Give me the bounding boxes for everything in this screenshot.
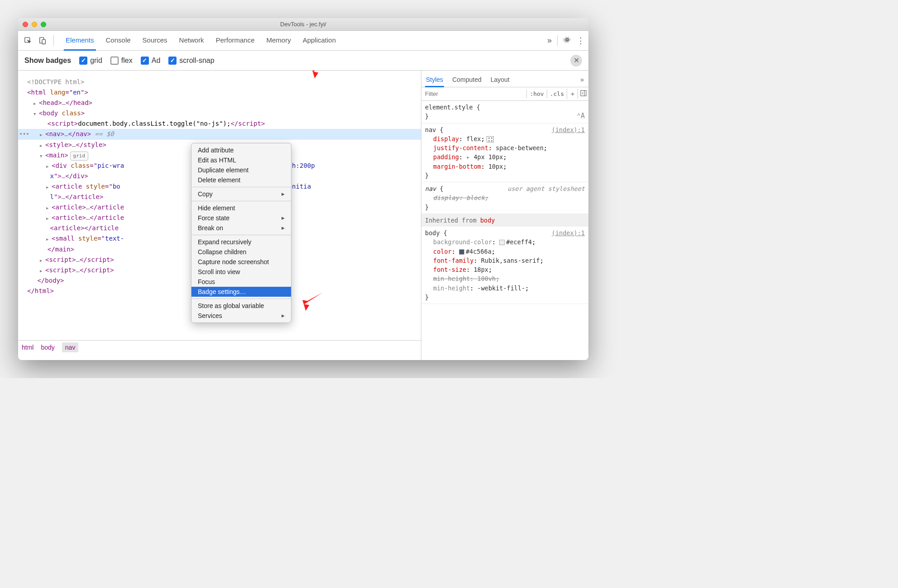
menu-item-store-as-global-variable[interactable]: Store as global variable (191, 301, 291, 311)
body-open[interactable]: <body class> (21, 108, 418, 119)
css-rule[interactable]: (index):1nav {display: flex;justify-cont… (421, 123, 588, 183)
css-declaration[interactable]: justify-content: space-between; (425, 143, 585, 152)
hov-toggle[interactable]: :hov (526, 90, 546, 98)
breadcrumb: htmlbodynav (18, 340, 421, 354)
breadcrumb-html[interactable]: html (22, 344, 33, 351)
window-title: DevTools - jec.fyi/ (18, 21, 588, 28)
context-menu: Add attributeEdit as HTMLDuplicate eleme… (191, 143, 291, 323)
more-styles-tabs-icon[interactable]: » (579, 73, 585, 87)
close-badge-bar-button[interactable]: ✕ (570, 55, 582, 66)
main-split: <!DOCTYPE html> <html lang="en"> <head>…… (18, 71, 588, 360)
tab-network[interactable]: Network (177, 31, 206, 50)
checkbox-icon[interactable] (110, 57, 119, 65)
styles-body[interactable]: element.style {ᴬA}(index):1nav {display:… (421, 101, 588, 360)
device-toggle-icon[interactable] (36, 34, 49, 47)
badge-checkbox-scroll-snap[interactable]: scroll-snap (168, 57, 214, 65)
badge-label: grid (90, 57, 102, 65)
cls-toggle[interactable]: .cls (547, 90, 567, 98)
menu-item-capture-node-screenshot[interactable]: Capture node screenshot (191, 257, 291, 267)
tab-application[interactable]: Application (301, 31, 338, 50)
badge-checkbox-grid[interactable]: grid (79, 57, 102, 65)
css-declaration[interactable]: padding: ▸ 4px 10px; (425, 152, 585, 161)
menu-item-add-attribute[interactable]: Add attribute (191, 145, 291, 155)
badge-checkbox-flex[interactable]: flex (110, 57, 133, 65)
css-rule[interactable]: (index):1body {background-color: #eceff4… (421, 227, 588, 304)
menu-item-expand-recursively[interactable]: Expand recursively (191, 237, 291, 247)
elements-pane: <!DOCTYPE html> <html lang="en"> <head>…… (18, 71, 421, 360)
styles-tab-styles[interactable]: Styles (425, 73, 444, 87)
rule-source-link[interactable]: (index):1 (552, 125, 585, 134)
checkbox-icon[interactable] (141, 57, 149, 65)
css-declaration[interactable]: min-height: -webkit-fill-; (425, 284, 585, 293)
breadcrumb-body[interactable]: body (41, 344, 54, 351)
menu-separator (191, 187, 291, 187)
devtools-window: DevTools - jec.fyi/ ElementsConsoleSourc… (18, 18, 588, 360)
menu-item-scroll-into-view[interactable]: Scroll into view (191, 267, 291, 277)
svg-rect-2 (42, 39, 45, 44)
css-declaration[interactable]: display: block; (425, 193, 585, 202)
more-tabs-icon[interactable]: » (547, 36, 552, 45)
font-size-icon[interactable]: ᴬA (577, 111, 585, 121)
breadcrumb-nav[interactable]: nav (62, 342, 79, 352)
color-swatch[interactable] (499, 240, 505, 245)
element-style-rule[interactable]: element.style {ᴬA} (421, 101, 588, 123)
script-node[interactable]: <script>document.body.classList.toggle("… (21, 119, 418, 129)
menu-item-badge-settings[interactable]: Badge settings… (191, 287, 291, 297)
css-declaration[interactable]: display: flex; (425, 134, 585, 143)
badge-checkbox-Ad[interactable]: Ad (141, 57, 161, 65)
menu-item-break-on[interactable]: Break on (191, 223, 291, 233)
menu-item-collapse-children[interactable]: Collapse children (191, 247, 291, 257)
toggle-sidebar-icon[interactable] (578, 89, 588, 99)
css-declaration[interactable]: min-height: 100vh; (425, 274, 585, 283)
menu-item-copy[interactable]: Copy (191, 189, 291, 199)
menu-item-focus[interactable]: Focus (191, 277, 291, 287)
styles-filter-input[interactable] (421, 89, 526, 99)
menu-separator (191, 201, 291, 201)
styles-tab-computed[interactable]: Computed (451, 73, 482, 87)
main-toolbar: ElementsConsoleSourcesNetworkPerformance… (18, 31, 588, 51)
titlebar: DevTools - jec.fyi/ (18, 18, 588, 31)
tab-elements[interactable]: Elements (64, 31, 96, 51)
color-swatch[interactable] (459, 249, 464, 255)
tab-sources[interactable]: Sources (141, 31, 169, 50)
tab-console[interactable]: Console (104, 31, 133, 50)
checkbox-icon[interactable] (168, 57, 177, 65)
badge-label: scroll-snap (179, 57, 214, 65)
menu-item-edit-as-html[interactable]: Edit as HTML (191, 155, 291, 165)
inherited-header: Inherited from body (421, 214, 588, 227)
css-declaration[interactable]: color: #4c566a; (425, 247, 585, 256)
tab-memory[interactable]: Memory (265, 31, 293, 50)
kebab-menu-icon[interactable]: ⋮ (577, 36, 585, 46)
css-declaration[interactable]: font-family: Rubik,sans-serif; (425, 256, 585, 265)
tab-performance[interactable]: Performance (214, 31, 257, 50)
badge-label: flex (121, 57, 133, 65)
inspect-icon[interactable] (22, 34, 34, 47)
styles-pane: StylesComputedLayout» :hov .cls ＋ elemen… (421, 71, 588, 360)
menu-item-services[interactable]: Services (191, 311, 291, 321)
menu-separator (191, 299, 291, 299)
menu-item-hide-element[interactable]: Hide element (191, 203, 291, 213)
user-agent-label: user agent stylesheet (507, 184, 585, 193)
doctype: <!DOCTYPE html> (27, 78, 84, 85)
css-declaration[interactable]: background-color: #eceff4; (425, 237, 585, 247)
menu-item-force-state[interactable]: Force state (191, 213, 291, 223)
styles-tab-layout[interactable]: Layout (490, 73, 511, 87)
menu-separator (191, 235, 291, 235)
checkbox-icon[interactable] (79, 57, 87, 65)
html-open[interactable]: <html lang="en"> (21, 87, 418, 98)
menu-item-duplicate-element[interactable]: Duplicate element (191, 165, 291, 175)
nav-node-selected[interactable]: <nav>…</nav> == $0 (18, 129, 421, 139)
badge-label: Ad (152, 57, 161, 65)
flex-editor-icon[interactable] (487, 136, 494, 142)
head-node[interactable]: <head>…</head> (21, 98, 418, 108)
css-declaration[interactable]: margin-bottom: 10px; (425, 162, 585, 171)
css-declaration[interactable]: font-size: 18px; (425, 265, 585, 274)
grid-badge[interactable]: grid (70, 152, 89, 161)
gear-icon[interactable] (563, 36, 571, 45)
css-rule[interactable]: user agent stylesheetnav {display: block… (421, 182, 588, 214)
styles-tabs: StylesComputedLayout» (421, 71, 588, 87)
new-style-rule-button[interactable]: ＋ (567, 89, 578, 99)
menu-item-delete-element[interactable]: Delete element (191, 175, 291, 185)
rule-source-link[interactable]: (index):1 (552, 228, 585, 237)
styles-filter-row: :hov .cls ＋ (421, 87, 588, 101)
